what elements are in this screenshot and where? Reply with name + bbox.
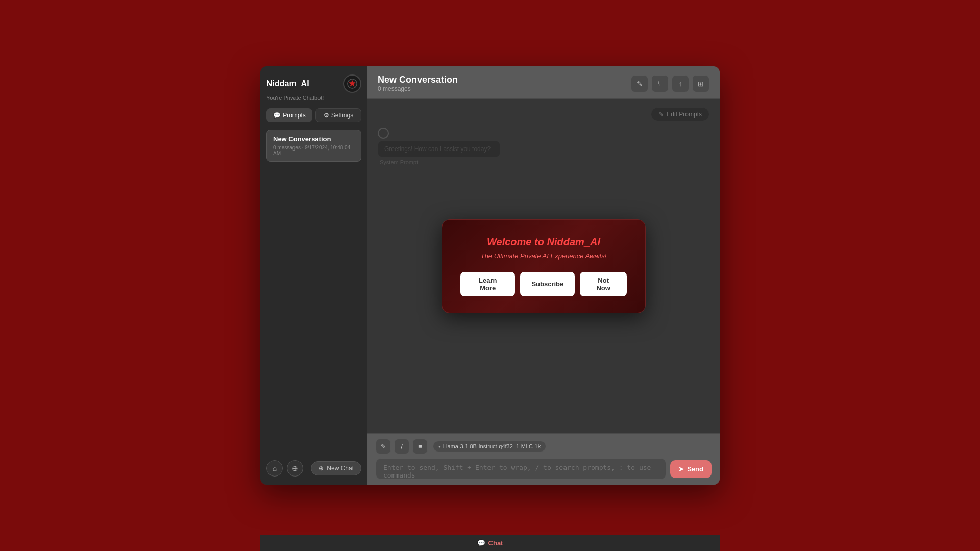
home-btn[interactable]: ⌂ — [266, 460, 283, 477]
not-now-button[interactable]: Not Now — [580, 272, 627, 296]
chat-bottom: ✎ / ≡ ● Llama-3.1-8B-Instruct-q4f32_1-ML… — [368, 433, 720, 485]
sidebar-bottom: ⌂ ⊕ ⊕ New Chat — [266, 455, 361, 477]
avatar[interactable] — [343, 74, 361, 93]
app-subtitle: You're Private Chatbot! — [266, 95, 361, 101]
upload-icon: ↑ — [679, 80, 682, 88]
home-icon: ⌂ — [273, 464, 277, 472]
learn-more-button[interactable]: Learn More — [460, 272, 515, 296]
settings-nav-btn[interactable]: ⚙ Settings — [315, 108, 361, 122]
toolbar-slash-icon: / — [401, 443, 403, 450]
prompts-nav-label: Prompts — [283, 112, 306, 119]
toolbar-slash-btn[interactable]: / — [394, 439, 409, 454]
chat-input[interactable] — [376, 458, 666, 480]
grid-header-btn[interactable]: ⊞ — [692, 75, 709, 92]
sidebar: Niddam_AI You're Private Chatbot! 💬 Prom… — [260, 66, 368, 485]
branch-header-btn[interactable]: ⑂ — [651, 75, 669, 92]
settings-icon: ⚙ — [324, 112, 329, 119]
avatar-icon — [347, 78, 358, 89]
messages-count: 0 messages — [378, 85, 458, 92]
chat-tab-icon: 💬 — [477, 539, 485, 547]
chat-area: ✎ Edit Prompts System Prompt Welcome to … — [368, 99, 720, 433]
new-chat-button[interactable]: ⊕ New Chat — [311, 461, 361, 475]
toolbar-format-btn[interactable]: ≡ — [412, 439, 428, 454]
edit-header-btn[interactable]: ✎ — [631, 75, 648, 92]
globe-icon: ⊕ — [292, 464, 298, 472]
send-icon: ➤ — [678, 465, 684, 473]
sidebar-header: Niddam_AI — [266, 74, 361, 93]
new-chat-icon: ⊕ — [318, 465, 324, 472]
nav-buttons: 💬 Prompts ⚙ Settings — [266, 108, 361, 122]
toolbar-edit-icon: ✎ — [381, 443, 386, 450]
globe-btn[interactable]: ⊕ — [287, 460, 303, 477]
modal-title: Welcome to Niddam_AI — [460, 236, 627, 248]
upload-header-btn[interactable]: ↑ — [672, 75, 689, 92]
main-header: New Conversation 0 messages ✎ ⑂ ↑ ⊞ — [368, 66, 720, 99]
main-content: New Conversation 0 messages ✎ ⑂ ↑ ⊞ — [368, 66, 720, 485]
subscribe-button[interactable]: Subscribe — [520, 272, 575, 296]
header-actions: ✎ ⑂ ↑ ⊞ — [631, 75, 709, 92]
prompts-nav-btn[interactable]: 💬 Prompts — [266, 108, 312, 122]
edit-icon: ✎ — [636, 80, 643, 88]
send-button[interactable]: ➤ Send — [670, 460, 712, 478]
conversation-title: New Conversation — [378, 74, 458, 85]
conv-title: New Conversation — [273, 135, 355, 143]
learn-more-label: Learn More — [479, 277, 497, 292]
chat-tab[interactable]: 💬 Chat — [477, 539, 503, 547]
modal-overlay: Welcome to Niddam_AI The Ultimate Privat… — [368, 99, 720, 433]
model-badge[interactable]: ● Llama-3.1-8B-Instruct-q4f32_1-MLC-1k — [433, 441, 546, 452]
app-container: Niddam_AI You're Private Chatbot! 💬 Prom… — [260, 66, 720, 485]
branch-icon: ⑂ — [658, 80, 662, 88]
send-label: Send — [687, 465, 703, 473]
app-title: Niddam_AI — [266, 79, 309, 88]
chat-tab-label: Chat — [488, 539, 503, 547]
settings-nav-label: Settings — [331, 112, 353, 119]
sidebar-title-group: Niddam_AI — [266, 79, 309, 88]
conversation-item[interactable]: New Conversation 0 messages · 9/17/2024,… — [266, 130, 361, 162]
toolbar-row: ✎ / ≡ ● Llama-3.1-8B-Instruct-q4f32_1-ML… — [376, 439, 712, 454]
modal-subtitle: The Ultimate Private AI Experience Await… — [460, 252, 627, 260]
not-now-label: Not Now — [596, 277, 610, 292]
subscribe-label: Subscribe — [531, 280, 564, 288]
toolbar-format-icon: ≡ — [418, 443, 422, 450]
model-label: Llama-3.1-8B-Instruct-q4f32_1-MLC-1k — [443, 443, 541, 449]
welcome-modal: Welcome to Niddam_AI The Ultimate Privat… — [442, 219, 646, 313]
header-title-group: New Conversation 0 messages — [378, 74, 458, 92]
model-dot-icon: ● — [438, 444, 441, 449]
grid-icon: ⊞ — [698, 80, 704, 88]
prompts-icon: 💬 — [273, 112, 281, 119]
bottom-tab-bar: 💬 Chat — [260, 535, 720, 551]
input-row: ➤ Send — [376, 458, 712, 480]
modal-buttons: Learn More Subscribe Not Now — [460, 272, 627, 296]
conv-meta: 0 messages · 9/17/2024, 10:48:04 AM — [273, 145, 355, 156]
new-chat-label: New Chat — [327, 465, 354, 472]
toolbar-edit-btn[interactable]: ✎ — [376, 439, 391, 454]
